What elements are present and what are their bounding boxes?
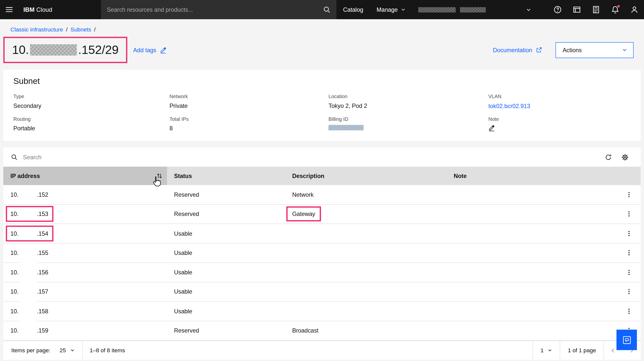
status-cell: Usable: [167, 308, 285, 314]
annotation-box: 10..154: [6, 225, 53, 241]
field-label: Type: [14, 94, 170, 99]
user-avatar-icon[interactable]: [625, 0, 644, 19]
breadcrumb-classic-infrastructure[interactable]: Classic infrastructure: [10, 26, 63, 33]
field-billing-id: Billing ID: [328, 116, 488, 132]
redacted-account-suffix: [460, 7, 486, 13]
redacted-ip-segment: [18, 230, 37, 237]
ip-suffix: .155: [37, 249, 48, 256]
column-label: IP address: [10, 173, 40, 179]
row-menu-cell: [617, 207, 641, 221]
actions-label: Actions: [563, 47, 582, 54]
chevron-down-icon: [70, 348, 74, 352]
global-search[interactable]: [101, 0, 336, 19]
chevron-down-icon: [400, 7, 406, 12]
column-header-ip-address[interactable]: IP address: [3, 167, 167, 185]
breadcrumb-separator: /: [66, 26, 67, 33]
actions-button[interactable]: Actions: [556, 42, 634, 58]
global-search-input[interactable]: [107, 6, 323, 13]
table-search-input[interactable]: [23, 154, 600, 161]
edit-note-icon[interactable]: [488, 125, 495, 132]
cost-estimator-icon[interactable]: [586, 0, 606, 19]
ip-suffix: .157: [37, 288, 48, 295]
ibm-cloud-subnet-page: IBM Cloud Catalog Manage: [0, 0, 644, 361]
items-per-page-label: Items per page:: [3, 347, 50, 353]
overflow-menu-icon[interactable]: [622, 188, 636, 201]
table-toolbar: [3, 148, 640, 167]
menu-icon[interactable]: [0, 0, 18, 19]
overflow-menu-icon[interactable]: [622, 304, 636, 318]
field-label: Billing ID: [328, 116, 488, 122]
status-cell: Usable: [167, 230, 285, 237]
breadcrumb-subnets[interactable]: Subnets: [70, 26, 91, 33]
description-value: Broadcast: [292, 327, 318, 334]
nav-manage[interactable]: Manage: [370, 0, 412, 19]
redacted-billing-id: [328, 125, 364, 130]
pagination-left: Items per page: 25 1–8 of 8 items: [3, 341, 125, 359]
search-icon[interactable]: [323, 6, 330, 13]
ip-prefix: 10.: [10, 191, 19, 198]
ip-suffix: .152: [37, 191, 48, 198]
notification-badge: [617, 5, 620, 8]
brand-rest: Cloud: [36, 6, 52, 13]
status-cell: Usable: [167, 288, 285, 295]
notifications-icon[interactable]: [606, 0, 625, 19]
chat-support-button[interactable]: [616, 329, 637, 350]
help-icon[interactable]: [548, 0, 567, 19]
ip-value: 10..159: [10, 327, 48, 334]
nav-catalog[interactable]: Catalog: [336, 0, 370, 19]
account-menu[interactable]: [418, 0, 531, 19]
ip-address-cell: 10..158: [3, 307, 167, 315]
page-number-select[interactable]: 1: [533, 341, 560, 359]
documentation-label: Documentation: [493, 47, 532, 54]
field-label: Network: [169, 94, 328, 99]
ip-prefix: 10.: [10, 230, 19, 237]
overflow-menu-icon[interactable]: [622, 207, 636, 221]
ip-address-cell: 10..154: [3, 230, 167, 237]
field-location: Location Tokyo 2, Pod 2: [328, 94, 488, 110]
ip-value: 10..158: [10, 307, 48, 315]
ip-table-rows: 10..152ReservedNetwork10..153ReservedGat…: [3, 185, 640, 340]
subnet-fields: Type Secondary Network Private Location …: [14, 94, 631, 132]
redacted-ip-segment: [18, 288, 37, 295]
ip-address-cell: 10..159: [3, 327, 167, 334]
chevron-down-icon: [548, 348, 552, 352]
page-title: 10..152/29: [12, 43, 119, 57]
ip-address-cell: 10..156: [3, 269, 167, 276]
redacted-account-name: [418, 7, 456, 13]
field-label: VLAN: [488, 94, 631, 99]
table-row: 10..155Usable: [3, 243, 640, 263]
ip-address-cell: 10..155: [3, 249, 167, 257]
ip-value: 10..156: [10, 269, 48, 276]
ip-address-cell: 10..152: [3, 191, 167, 198]
refresh-icon[interactable]: [600, 149, 616, 166]
redacted-ip-segment: [18, 210, 37, 218]
redacted-ip-segment: [18, 269, 37, 276]
documentation-link[interactable]: Documentation: [493, 47, 542, 54]
field-vlan: VLAN tok02.bcr02.913: [488, 94, 631, 110]
annotation-box: 10..152/29: [3, 37, 127, 63]
ip-value: 10..155: [10, 249, 48, 257]
add-tags-link[interactable]: Add tags: [133, 47, 166, 54]
ip-prefix: 10.: [10, 249, 19, 256]
overflow-menu-icon[interactable]: [622, 266, 636, 279]
subnet-detail-panel: Subnet Type Secondary Network Private Lo…: [3, 70, 640, 141]
chevron-down-icon: [622, 47, 627, 53]
settings-gear-icon[interactable]: [616, 149, 633, 166]
redacted-ip-segment: [30, 44, 77, 56]
ibm-cloud-logo[interactable]: IBM Cloud: [18, 0, 101, 19]
items-per-page-select[interactable]: 25: [50, 341, 82, 359]
page-header: 10..152/29 Add tags Documentation Action…: [3, 37, 634, 63]
ip-suffix: .153: [37, 211, 48, 217]
table-row: 10..159ReservedBroadcast: [3, 321, 640, 340]
table-row: 10..154Usable: [3, 224, 640, 243]
overflow-menu-icon[interactable]: [622, 246, 636, 260]
field-value: Private: [169, 102, 328, 109]
overflow-menu-icon[interactable]: [622, 285, 636, 299]
overflow-menu-icon[interactable]: [622, 227, 636, 240]
window-panel-icon[interactable]: [567, 0, 586, 19]
table-row: 10..153ReservedGateway: [3, 204, 640, 224]
chevron-down-icon: [526, 7, 531, 13]
redacted-ip-segment: [18, 307, 37, 315]
vlan-link[interactable]: tok02.bcr02.913: [488, 103, 530, 110]
description-cell: Gateway: [285, 211, 447, 217]
